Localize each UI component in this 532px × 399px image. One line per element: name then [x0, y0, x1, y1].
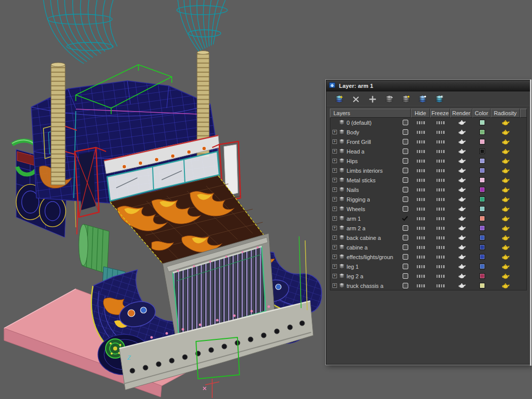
render-toggle[interactable] — [451, 233, 473, 242]
layer-name[interactable]: leg 2 a — [347, 273, 363, 279]
hide-toggle[interactable] — [411, 233, 430, 242]
layer-name[interactable]: 0 (default) — [347, 120, 372, 126]
radiosity-toggle[interactable] — [491, 262, 520, 271]
hide-toggle[interactable] — [411, 127, 430, 137]
expand-icon[interactable]: + — [332, 274, 337, 278]
hide-toggle[interactable] — [411, 146, 430, 156]
radiosity-toggle[interactable] — [491, 137, 520, 146]
hide-toggle[interactable] — [411, 156, 430, 166]
color-swatch[interactable] — [473, 194, 491, 204]
color-swatch[interactable] — [473, 281, 491, 290]
layer-name[interactable]: leg 1 — [347, 264, 359, 270]
layer-name[interactable]: Front Grill — [347, 139, 371, 145]
column-header-layers[interactable]: Layers — [330, 109, 411, 118]
freeze-toggle[interactable] — [430, 262, 451, 271]
hide-toggle[interactable] — [411, 242, 430, 252]
layer-name[interactable]: Body — [347, 129, 359, 135]
radiosity-toggle[interactable] — [491, 271, 520, 281]
color-swatch[interactable] — [473, 271, 491, 281]
layer-row[interactable]: +effects/lights/groun — [330, 252, 526, 262]
render-toggle[interactable] — [451, 194, 473, 204]
freeze-toggle[interactable] — [430, 185, 451, 194]
current-layer-toggle[interactable] — [403, 120, 408, 125]
freeze-toggle[interactable] — [430, 223, 451, 233]
hide-unhide-all-layers-button[interactable] — [416, 93, 429, 106]
hide-toggle[interactable] — [411, 281, 430, 290]
color-swatch[interactable] — [473, 175, 491, 185]
expand-icon[interactable]: + — [332, 207, 337, 211]
radiosity-toggle[interactable] — [491, 146, 520, 156]
layer-row[interactable]: +arm 1 — [330, 214, 526, 223]
current-layer-toggle[interactable] — [403, 264, 408, 269]
column-header-hide[interactable]: Hide — [411, 109, 430, 118]
radiosity-toggle[interactable] — [491, 252, 520, 262]
layer-name[interactable]: cabine a — [347, 244, 368, 251]
color-swatch[interactable] — [473, 214, 491, 223]
hide-toggle[interactable] — [411, 271, 430, 281]
expand-icon[interactable]: + — [332, 197, 337, 202]
layer-name[interactable]: Wheels — [347, 206, 365, 212]
current-layer-toggle[interactable] — [403, 148, 408, 154]
hide-toggle[interactable] — [411, 223, 430, 233]
hide-toggle[interactable] — [411, 175, 430, 185]
radiosity-toggle[interactable] — [491, 223, 520, 233]
render-toggle[interactable] — [451, 185, 473, 194]
freeze-toggle[interactable] — [430, 127, 451, 137]
expand-icon[interactable]: + — [332, 159, 337, 163]
render-toggle[interactable] — [451, 214, 473, 223]
layer-row[interactable]: +Front Grill — [330, 137, 526, 146]
create-new-layer-button[interactable] — [332, 93, 346, 106]
layer-row[interactable]: +Hips — [330, 156, 526, 166]
layer-row[interactable]: +Rigging a — [330, 194, 526, 204]
column-header-radiosity[interactable]: Radiosity — [491, 109, 520, 118]
current-layer-toggle[interactable] — [402, 216, 408, 221]
layer-row[interactable]: +Head a — [330, 146, 526, 156]
render-toggle[interactable] — [451, 166, 473, 175]
column-header-render[interactable]: Render — [450, 109, 472, 118]
hide-toggle[interactable] — [411, 262, 430, 271]
current-layer-toggle[interactable] — [403, 139, 408, 144]
color-swatch[interactable] — [473, 252, 491, 262]
radiosity-toggle[interactable] — [491, 204, 520, 214]
docked-panel-edge[interactable] — [530, 80, 531, 366]
layer-name[interactable]: Limbs interiors — [347, 168, 383, 174]
color-swatch[interactable] — [473, 223, 491, 233]
layer-name[interactable]: Hips — [347, 158, 358, 164]
expand-icon[interactable]: + — [332, 178, 337, 182]
freeze-toggle[interactable] — [430, 204, 451, 214]
current-layer-toggle[interactable] — [403, 206, 408, 212]
layer-row[interactable]: +0 (default) — [330, 118, 526, 127]
layer-row[interactable]: +truck chassis a — [330, 281, 526, 290]
expand-icon[interactable]: + — [332, 245, 337, 250]
freeze-toggle[interactable] — [430, 233, 451, 242]
render-toggle[interactable] — [451, 127, 473, 137]
freeze-toggle[interactable] — [430, 271, 451, 281]
render-toggle[interactable] — [451, 223, 473, 233]
layer-row[interactable]: +leg 2 a — [330, 271, 526, 281]
color-swatch[interactable] — [473, 118, 491, 127]
expand-icon[interactable]: + — [332, 226, 337, 230]
freeze-unfreeze-all-layers-button[interactable] — [432, 93, 446, 106]
hide-toggle[interactable] — [411, 252, 430, 262]
current-layer-toggle[interactable] — [403, 244, 408, 250]
hide-toggle[interactable] — [411, 204, 430, 214]
highlight-selected-objects-layers-button[interactable] — [399, 93, 413, 106]
current-layer-toggle[interactable] — [403, 225, 408, 231]
current-layer-toggle[interactable] — [403, 158, 408, 164]
render-toggle[interactable] — [451, 146, 473, 156]
freeze-toggle[interactable] — [430, 242, 451, 252]
layer-name[interactable]: Head a — [347, 148, 364, 155]
expand-icon[interactable]: + — [332, 255, 337, 259]
freeze-toggle[interactable] — [430, 146, 451, 156]
color-swatch[interactable] — [473, 146, 491, 156]
render-toggle[interactable] — [451, 281, 473, 290]
layer-row[interactable]: +arm 2 a — [330, 223, 526, 233]
current-layer-toggle[interactable] — [403, 254, 408, 260]
layer-name[interactable]: Rigging a — [347, 196, 370, 203]
current-layer-toggle[interactable] — [403, 235, 408, 240]
radiosity-toggle[interactable] — [491, 127, 520, 137]
delete-empty-layers-button[interactable] — [349, 93, 363, 106]
layer-name[interactable]: Metal sticks — [347, 177, 375, 183]
freeze-toggle[interactable] — [430, 175, 451, 185]
panel-titlebar[interactable]: Layer: arm 1 — [326, 80, 530, 91]
